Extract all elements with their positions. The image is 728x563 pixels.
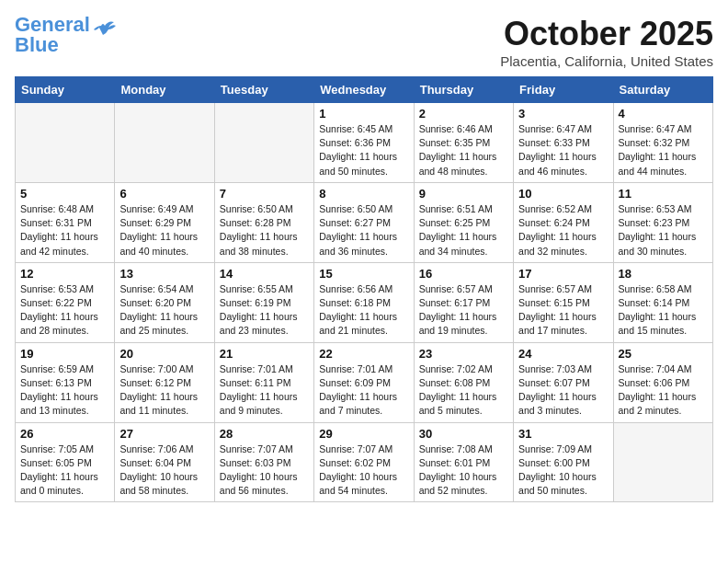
day-info: Sunrise: 7:04 AM Sunset: 6:06 PM Dayligh… — [619, 362, 708, 419]
day-number: 25 — [619, 347, 708, 361]
col-header-sunday: Sunday — [16, 77, 115, 103]
week-row-1: 1Sunrise: 6:45 AM Sunset: 6:36 PM Daylig… — [16, 103, 713, 183]
day-number: 17 — [518, 267, 608, 281]
calendar-cell: 23Sunrise: 7:02 AM Sunset: 6:08 PM Dayli… — [414, 342, 513, 422]
day-number: 3 — [518, 107, 608, 121]
calendar-cell: 15Sunrise: 6:56 AM Sunset: 6:18 PM Dayli… — [314, 262, 414, 342]
calendar-cell: 27Sunrise: 7:06 AM Sunset: 6:04 PM Dayli… — [115, 422, 214, 502]
calendar-table: SundayMondayTuesdayWednesdayThursdayFrid… — [15, 76, 713, 502]
day-number: 28 — [220, 427, 309, 441]
day-number: 12 — [20, 267, 109, 281]
calendar-cell: 28Sunrise: 7:07 AM Sunset: 6:03 PM Dayli… — [214, 422, 313, 502]
calendar-cell: 19Sunrise: 6:59 AM Sunset: 6:13 PM Dayli… — [16, 342, 115, 422]
day-number: 30 — [419, 427, 508, 441]
day-number: 4 — [619, 107, 708, 121]
calendar-cell: 18Sunrise: 6:58 AM Sunset: 6:14 PM Dayli… — [613, 262, 712, 342]
calendar-cell: 4Sunrise: 6:47 AM Sunset: 6:32 PM Daylig… — [613, 103, 712, 183]
day-info: Sunrise: 6:49 AM Sunset: 6:29 PM Dayligh… — [119, 202, 209, 259]
header-row: SundayMondayTuesdayWednesdayThursdayFrid… — [16, 77, 713, 103]
day-number: 16 — [419, 267, 508, 281]
day-info: Sunrise: 6:50 AM Sunset: 6:28 PM Dayligh… — [220, 202, 309, 259]
day-number: 9 — [419, 187, 508, 201]
day-number: 31 — [518, 427, 608, 441]
day-number: 23 — [419, 347, 508, 361]
week-row-2: 5Sunrise: 6:48 AM Sunset: 6:31 PM Daylig… — [16, 182, 713, 262]
day-number: 5 — [20, 187, 109, 201]
location-subtitle: Placentia, California, United States — [500, 53, 713, 69]
title-block: October 2025 Placentia, California, Unit… — [500, 15, 713, 69]
calendar-cell: 21Sunrise: 7:01 AM Sunset: 6:11 PM Dayli… — [214, 342, 313, 422]
week-row-5: 26Sunrise: 7:05 AM Sunset: 6:05 PM Dayli… — [16, 422, 713, 502]
calendar-cell: 14Sunrise: 6:55 AM Sunset: 6:19 PM Dayli… — [214, 262, 313, 342]
day-info: Sunrise: 7:05 AM Sunset: 6:05 PM Dayligh… — [20, 442, 109, 499]
day-number: 26 — [20, 427, 109, 441]
day-number: 2 — [419, 107, 508, 121]
col-header-tuesday: Tuesday — [214, 77, 313, 103]
calendar-cell: 31Sunrise: 7:09 AM Sunset: 6:00 PM Dayli… — [514, 422, 613, 502]
day-info: Sunrise: 6:45 AM Sunset: 6:36 PM Dayligh… — [319, 122, 408, 178]
calendar-cell: 2Sunrise: 6:46 AM Sunset: 6:35 PM Daylig… — [414, 103, 513, 183]
month-title: October 2025 — [500, 15, 713, 53]
day-info: Sunrise: 6:47 AM Sunset: 6:32 PM Dayligh… — [619, 122, 708, 178]
calendar-cell: 13Sunrise: 6:54 AM Sunset: 6:20 PM Dayli… — [115, 262, 214, 342]
calendar-cell: 30Sunrise: 7:08 AM Sunset: 6:01 PM Dayli… — [414, 422, 513, 502]
day-info: Sunrise: 6:52 AM Sunset: 6:24 PM Dayligh… — [518, 202, 608, 259]
day-number: 13 — [119, 267, 209, 281]
col-header-thursday: Thursday — [414, 77, 513, 103]
day-info: Sunrise: 6:50 AM Sunset: 6:27 PM Dayligh… — [319, 202, 408, 259]
day-number: 10 — [518, 187, 608, 201]
day-number: 1 — [319, 107, 408, 121]
day-info: Sunrise: 6:54 AM Sunset: 6:20 PM Dayligh… — [119, 282, 209, 339]
day-info: Sunrise: 7:07 AM Sunset: 6:03 PM Dayligh… — [220, 442, 309, 499]
day-number: 6 — [119, 187, 209, 201]
day-info: Sunrise: 6:57 AM Sunset: 6:17 PM Dayligh… — [419, 282, 508, 339]
calendar-cell: 3Sunrise: 6:47 AM Sunset: 6:33 PM Daylig… — [514, 103, 613, 183]
day-info: Sunrise: 6:46 AM Sunset: 6:35 PM Dayligh… — [419, 122, 508, 178]
calendar-cell: 9Sunrise: 6:51 AM Sunset: 6:25 PM Daylig… — [414, 182, 513, 262]
day-info: Sunrise: 6:48 AM Sunset: 6:31 PM Dayligh… — [20, 202, 109, 259]
calendar-cell — [115, 103, 214, 183]
logo-text: GeneralBlue — [15, 15, 90, 55]
calendar-cell: 6Sunrise: 6:49 AM Sunset: 6:29 PM Daylig… — [115, 182, 214, 262]
day-number: 11 — [619, 187, 708, 201]
day-info: Sunrise: 6:53 AM Sunset: 6:23 PM Dayligh… — [619, 202, 708, 259]
day-info: Sunrise: 6:51 AM Sunset: 6:25 PM Dayligh… — [419, 202, 508, 259]
day-info: Sunrise: 7:01 AM Sunset: 6:11 PM Dayligh… — [220, 362, 309, 419]
day-number: 21 — [220, 347, 309, 361]
day-info: Sunrise: 7:03 AM Sunset: 6:07 PM Dayligh… — [518, 362, 608, 419]
day-number: 18 — [619, 267, 708, 281]
day-number: 22 — [319, 347, 408, 361]
day-number: 15 — [319, 267, 408, 281]
day-number: 24 — [518, 347, 608, 361]
day-number: 20 — [119, 347, 209, 361]
day-number: 29 — [319, 427, 408, 441]
day-info: Sunrise: 6:55 AM Sunset: 6:19 PM Dayligh… — [220, 282, 309, 339]
day-number: 27 — [119, 427, 209, 441]
calendar-cell: 8Sunrise: 6:50 AM Sunset: 6:27 PM Daylig… — [314, 182, 414, 262]
day-info: Sunrise: 7:07 AM Sunset: 6:02 PM Dayligh… — [319, 442, 408, 499]
calendar-cell — [214, 103, 313, 183]
calendar-cell: 17Sunrise: 6:57 AM Sunset: 6:15 PM Dayli… — [514, 262, 613, 342]
day-info: Sunrise: 6:56 AM Sunset: 6:18 PM Dayligh… — [319, 282, 408, 339]
calendar-cell: 7Sunrise: 6:50 AM Sunset: 6:28 PM Daylig… — [214, 182, 313, 262]
day-info: Sunrise: 7:08 AM Sunset: 6:01 PM Dayligh… — [419, 442, 508, 499]
day-info: Sunrise: 7:01 AM Sunset: 6:09 PM Dayligh… — [319, 362, 408, 419]
calendar-cell: 29Sunrise: 7:07 AM Sunset: 6:02 PM Dayli… — [314, 422, 414, 502]
calendar-cell: 16Sunrise: 6:57 AM Sunset: 6:17 PM Dayli… — [414, 262, 513, 342]
calendar-cell: 26Sunrise: 7:05 AM Sunset: 6:05 PM Dayli… — [16, 422, 115, 502]
col-header-wednesday: Wednesday — [314, 77, 414, 103]
calendar-cell — [16, 103, 115, 183]
col-header-friday: Friday — [514, 77, 613, 103]
calendar-cell — [613, 422, 712, 502]
calendar-cell: 10Sunrise: 6:52 AM Sunset: 6:24 PM Dayli… — [514, 182, 613, 262]
day-info: Sunrise: 6:53 AM Sunset: 6:22 PM Dayligh… — [20, 282, 109, 339]
day-number: 8 — [319, 187, 408, 201]
day-info: Sunrise: 7:09 AM Sunset: 6:00 PM Dayligh… — [518, 442, 608, 499]
calendar-cell: 5Sunrise: 6:48 AM Sunset: 6:31 PM Daylig… — [16, 182, 115, 262]
day-number: 7 — [220, 187, 309, 201]
calendar-cell: 11Sunrise: 6:53 AM Sunset: 6:23 PM Dayli… — [613, 182, 712, 262]
day-info: Sunrise: 6:59 AM Sunset: 6:13 PM Dayligh… — [20, 362, 109, 419]
week-row-4: 19Sunrise: 6:59 AM Sunset: 6:13 PM Dayli… — [16, 342, 713, 422]
day-info: Sunrise: 6:57 AM Sunset: 6:15 PM Dayligh… — [518, 282, 608, 339]
page-header: GeneralBlue October 2025 Placentia, Cali… — [15, 15, 713, 69]
